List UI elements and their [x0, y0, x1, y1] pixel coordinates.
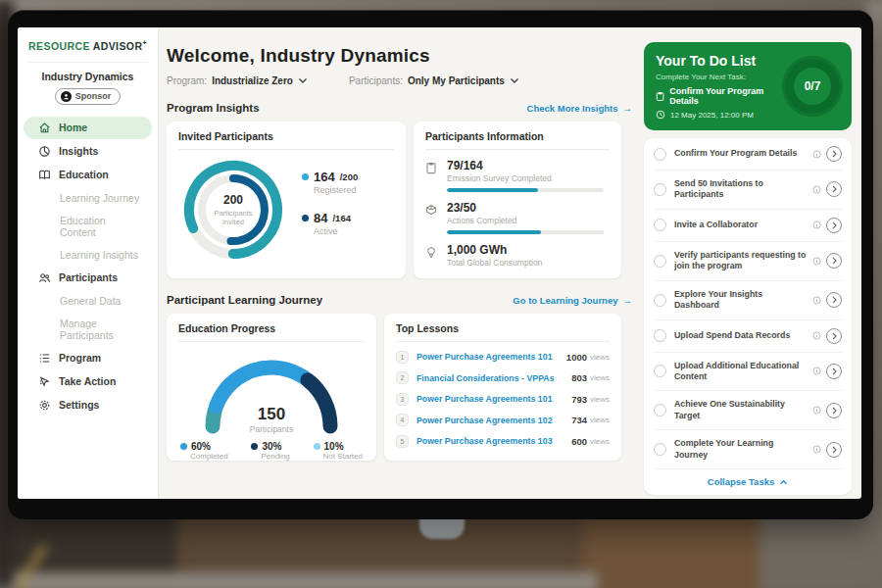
lesson-link[interactable]: Power Purchase Agreements 103: [416, 436, 571, 446]
task-label: Invite a Collaborator: [674, 220, 808, 230]
task-row-complete-learning-journey[interactable]: Complete Your Learning Journey: [654, 430, 842, 469]
task-open-button[interactable]: [826, 181, 842, 197]
task-checkbox[interactable]: [654, 148, 666, 161]
task-checkbox[interactable]: [654, 443, 666, 456]
task-row-send-invitations[interactable]: Send 50 Invitations to Participants: [654, 171, 842, 210]
lesson-rank: 1: [396, 351, 409, 364]
lesson-link[interactable]: Financial Considerations - VPPAs: [416, 373, 571, 383]
task-open-button[interactable]: [826, 218, 842, 233]
lesson-link[interactable]: Power Purchase Agreements 101: [416, 394, 571, 404]
not-started-dot: [314, 443, 320, 450]
sidebar-item-program[interactable]: Program: [24, 347, 152, 369]
check-more-insights-link[interactable]: Check More Insights →: [527, 103, 632, 114]
task-checkbox[interactable]: [654, 404, 666, 416]
sidebar-item-label: Learning Insights: [60, 249, 138, 261]
sidebar-item-education-content[interactable]: Education Content: [24, 210, 152, 243]
task-checkbox[interactable]: [654, 294, 666, 307]
todo-progress-value: 0/7: [805, 79, 821, 93]
sponsor-icon: [61, 91, 72, 102]
link-label: Check More Insights: [527, 103, 618, 114]
info-icon: [812, 367, 821, 375]
lightbulb-icon: [425, 243, 439, 268]
insights-cards-row: Invited Participants 200 Participants In…: [167, 122, 632, 278]
sidebar-item-settings[interactable]: Settings: [24, 394, 152, 416]
task-open-button[interactable]: [826, 442, 842, 458]
sidebar-item-manage-participants[interactable]: Manage Participants: [24, 313, 152, 346]
lesson-row: 4 Power Purchase Agreements 102 734 view…: [396, 414, 610, 426]
task-row-verify-participants[interactable]: Verify participants requesting to join t…: [654, 242, 842, 281]
lesson-views: 600: [571, 436, 587, 447]
consumption-stat-row: 1,000 GWh Total Global Consumption: [425, 243, 610, 268]
sidebar-item-label: Take Action: [59, 375, 116, 387]
survey-icon: [425, 159, 439, 192]
go-to-learning-journey-link[interactable]: Go to Learning Journey →: [513, 295, 632, 306]
sidebar-item-participants[interactable]: Participants: [24, 267, 152, 289]
lesson-rank: 4: [396, 414, 409, 426]
task-checkbox[interactable]: [654, 365, 666, 377]
info-icon: [812, 406, 821, 415]
education-gauge-chart: 150 Participants: [188, 346, 355, 434]
lesson-link[interactable]: Power Purchase Agreements 101: [416, 352, 566, 362]
card-title: Participants Information: [425, 130, 610, 150]
task-open-button[interactable]: [826, 253, 842, 269]
legend-label: Not Started: [323, 452, 363, 461]
sidebar-item-general-data[interactable]: General Data: [24, 290, 152, 312]
card-title: Education Progress: [178, 322, 365, 342]
collapse-tasks-link[interactable]: Collapse Tasks: [654, 469, 842, 495]
survey-progress-bar: [447, 188, 604, 192]
task-row-invite-collaborator[interactable]: Invite a Collaborator: [654, 210, 842, 242]
stat-value: 23/50: [447, 201, 604, 215]
sidebar-item-education[interactable]: Education: [24, 164, 152, 186]
legend-value: 164: [314, 170, 335, 184]
filter-bar: Program: Industrialize Zero Participants…: [167, 75, 632, 86]
sidebar-item-learning-insights[interactable]: Learning Insights: [24, 244, 152, 266]
participants-filter-label: Participants:: [349, 75, 403, 86]
legend-pct: 60%: [191, 441, 211, 452]
gauge-center-label: Participants: [188, 424, 355, 434]
sidebar-item-insights[interactable]: Insights: [24, 140, 152, 163]
sidebar-item-take-action[interactable]: Take Action: [24, 370, 152, 393]
task-open-button[interactable]: [826, 403, 842, 418]
participants-filter[interactable]: Participants: Only My Participants: [349, 75, 519, 86]
task-row-achieve-sustainability-target[interactable]: Achieve One Sustainability Target: [654, 391, 842, 430]
sidebar-item-label: Program: [59, 352, 101, 364]
sidebar-item-learning-journey[interactable]: Learning Journey: [24, 187, 152, 209]
learning-journey-header: Participant Learning Journey Go to Learn…: [167, 294, 632, 306]
task-row-upload-educational-content[interactable]: Upload Additional Educational Content: [654, 353, 842, 392]
task-checkbox[interactable]: [654, 219, 666, 231]
legend-pending: 30% Pending: [251, 441, 289, 461]
education-icon: [38, 169, 51, 181]
logo-secondary: ADVISOR: [93, 40, 143, 52]
legend-pct: 10%: [324, 441, 344, 452]
actions-icon: [425, 201, 439, 234]
task-open-button[interactable]: [826, 328, 842, 344]
legend-total: /200: [340, 172, 359, 182]
task-open-button[interactable]: [826, 146, 842, 162]
task-label: Confirm Your Program Details: [674, 148, 808, 159]
task-label: Achieve One Sustainability Target: [674, 399, 808, 421]
program-filter[interactable]: Program: Industrialize Zero: [167, 75, 308, 86]
task-row-upload-spend-data[interactable]: Upload Spend Data Records: [654, 320, 842, 353]
sponsor-badge[interactable]: Sponsor: [55, 88, 122, 105]
todo-summary-card: Your To Do List Complete Your Next Task:…: [644, 42, 852, 130]
education-legend: 60% Completed 30% Pending 10% Not Starte…: [178, 441, 365, 461]
sidebar-item-home[interactable]: Home: [24, 117, 152, 139]
app-logo: RESOURCE ADVISOR+: [18, 39, 158, 52]
stat-label: Emission Survey Completed: [447, 173, 604, 183]
task-open-button[interactable]: [826, 292, 842, 308]
info-icon: [812, 257, 821, 266]
sponsor-badge-label: Sponsor: [75, 91, 112, 101]
task-checkbox[interactable]: [654, 329, 666, 342]
task-open-button[interactable]: [826, 364, 842, 379]
donut-center-label: Participants Invited: [205, 209, 262, 227]
task-checkbox[interactable]: [654, 255, 666, 268]
task-checkbox[interactable]: [654, 183, 666, 196]
legend-active: 84/164 Active: [302, 211, 358, 236]
task-row-explore-insights[interactable]: Explore Your Insights Dashboard: [654, 281, 842, 320]
lesson-link[interactable]: Power Purchase Agreements 102: [416, 416, 571, 425]
progress-fill: [447, 230, 541, 234]
invited-legend: 164/200 Registered 84/164 Active: [302, 170, 358, 252]
task-label: Complete Your Learning Journey: [674, 438, 808, 461]
lesson-row: 2 Financial Considerations - VPPAs 803 v…: [396, 371, 610, 384]
task-row-confirm-program[interactable]: Confirm Your Program Details: [654, 138, 842, 171]
